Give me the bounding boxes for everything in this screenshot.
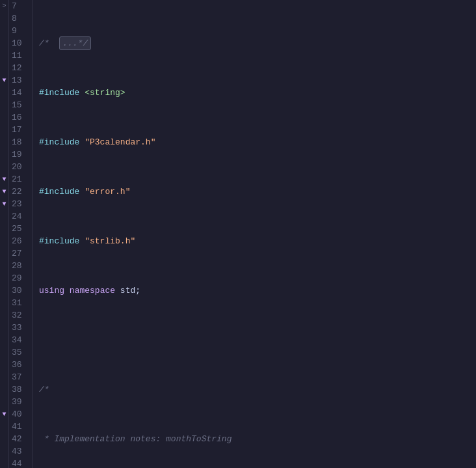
- code-line-12: using namespace std;: [39, 284, 476, 297]
- ln-18: 18: [12, 136, 27, 148]
- fold-39: [0, 396, 9, 408]
- fold-22[interactable]: ▼: [0, 186, 9, 198]
- ln-33: 33: [12, 322, 27, 334]
- ln-43: 43: [12, 445, 27, 458]
- fold-20: [0, 161, 9, 173]
- fold-40[interactable]: ▼: [0, 408, 9, 420]
- include-header-3: "error.h": [85, 186, 130, 198]
- fold-7: >: [0, 0, 9, 12]
- fold-12: [0, 62, 9, 74]
- code-line-7: /* ...*/: [39, 37, 476, 49]
- fold-27: [0, 247, 9, 260]
- ln-12: 12: [12, 62, 27, 74]
- fold-36: [0, 359, 9, 371]
- fold-17: [0, 124, 9, 136]
- fold-14: [0, 87, 9, 99]
- fold-8: [0, 12, 9, 25]
- ln-35: 35: [12, 346, 27, 359]
- comment-impl: * Implementation notes: monthToString: [39, 433, 231, 445]
- ln-13: 13: [12, 74, 27, 87]
- fold-16: [0, 111, 9, 124]
- fold-43: [0, 445, 9, 458]
- fold-31: [0, 297, 9, 309]
- ln-7: 7: [12, 0, 27, 12]
- include-header-4: "strlib.h": [85, 235, 135, 247]
- fold-11: [0, 49, 9, 62]
- include-keyword-2: #include: [39, 136, 85, 148]
- ln-8: 8: [12, 12, 27, 25]
- ln-42: 42: [12, 433, 27, 445]
- ns-std: std;: [115, 284, 140, 297]
- fold-13[interactable]: ▼: [0, 74, 9, 87]
- code-line-9: #include "P3calendar.h": [39, 136, 476, 148]
- ln-30: 30: [12, 284, 27, 297]
- ln-20: 20: [12, 161, 27, 173]
- ln-36: 36: [12, 359, 27, 371]
- fold-15: [0, 99, 9, 111]
- fold-25: [0, 223, 9, 235]
- ln-9: 9: [12, 25, 27, 37]
- code-line-15: * Implementation notes: monthToString: [39, 433, 476, 445]
- comment-collapsed[interactable]: ...*/: [59, 36, 91, 50]
- block-comment-open: /*: [39, 383, 49, 396]
- ln-25: 25: [12, 223, 27, 235]
- fold-21[interactable]: ▼: [0, 173, 9, 186]
- ln-27: 27: [12, 247, 27, 260]
- using-space: [64, 284, 70, 297]
- ln-22: 22: [12, 186, 27, 198]
- code-line-14: /*: [39, 383, 476, 396]
- fold-42: [0, 433, 9, 445]
- fold-10: [0, 37, 9, 49]
- include-keyword-1: #include: [39, 87, 85, 99]
- fold-44: [0, 458, 9, 468]
- fold-28: [0, 260, 9, 272]
- fold-18: [0, 136, 9, 148]
- ln-19: 19: [12, 148, 27, 161]
- fold-26: [0, 235, 9, 247]
- ln-10: 10: [12, 37, 27, 49]
- code-line-8: #include <string>: [39, 87, 476, 99]
- ln-37: 37: [12, 371, 27, 383]
- fold-37: [0, 371, 9, 383]
- comment-start: /*: [39, 37, 59, 49]
- ln-11: 11: [12, 49, 27, 62]
- ln-24: 24: [12, 210, 27, 223]
- include-string-1: <string>: [85, 87, 125, 99]
- fold-9: [0, 25, 9, 37]
- ln-14: 14: [12, 87, 27, 99]
- ln-28: 28: [12, 260, 27, 272]
- code-line-11: #include "strlib.h": [39, 235, 476, 247]
- ln-15: 15: [12, 99, 27, 111]
- ln-38: 38: [12, 383, 27, 396]
- line-numbers: 7 8 9 10 11 12 13 14 15 16 17 18 19 20 2…: [9, 0, 33, 468]
- ln-29: 29: [12, 272, 27, 284]
- fold-32: [0, 309, 9, 322]
- fold-column[interactable]: > ▼ ▼ ▼ ▼ ▼: [0, 0, 9, 468]
- namespace-keyword: namespace: [70, 284, 115, 297]
- ln-44: 44: [12, 458, 27, 468]
- code-line-10: #include "error.h": [39, 186, 476, 198]
- fold-19: [0, 148, 9, 161]
- code-line-13: [39, 334, 476, 346]
- fold-35: [0, 346, 9, 359]
- ln-31: 31: [12, 297, 27, 309]
- code-content: /* ...*/ #include <string> #include "P3c…: [33, 0, 476, 468]
- ln-40: 40: [12, 408, 27, 420]
- code-editor: > ▼ ▼ ▼ ▼ ▼: [0, 0, 476, 468]
- ln-32: 32: [12, 309, 27, 322]
- ln-34: 34: [12, 334, 27, 346]
- fold-41: [0, 420, 9, 433]
- fold-38: [0, 383, 9, 396]
- fold-29: [0, 272, 9, 284]
- fold-24: [0, 210, 9, 223]
- ln-26: 26: [12, 235, 27, 247]
- include-header-2: "P3calendar.h": [85, 136, 155, 148]
- ln-17: 17: [12, 124, 27, 136]
- ln-41: 41: [12, 420, 27, 433]
- ln-23: 23: [12, 198, 27, 210]
- fold-34: [0, 334, 9, 346]
- ln-16: 16: [12, 111, 27, 124]
- include-keyword-3: #include: [39, 186, 85, 198]
- fold-23[interactable]: ▼: [0, 198, 9, 210]
- ln-21: 21: [12, 173, 27, 186]
